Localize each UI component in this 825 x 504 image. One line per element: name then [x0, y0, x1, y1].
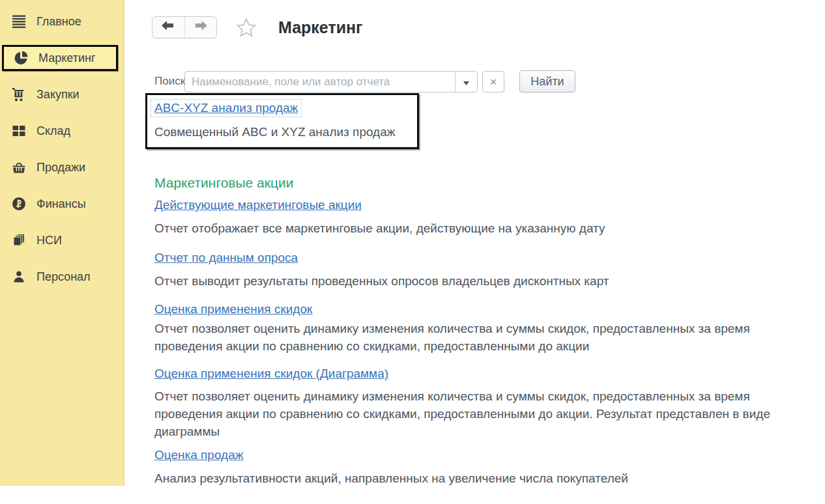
report-link-sales-estimate[interactable]: Оценка продаж: [154, 448, 243, 462]
page-title: Маркетинг: [278, 18, 363, 37]
find-button[interactable]: Найти: [519, 70, 575, 92]
chevron-down-icon: [463, 76, 469, 88]
sidebar-item-zakupki[interactable]: Закупки: [4, 81, 118, 107]
star-outline-icon: [236, 29, 257, 40]
shopping-cart-icon: [10, 86, 27, 103]
report-description: Отчет выводит результаты проведенных опр…: [154, 272, 796, 290]
report-description: Отчет позволяет оценить динамику изменен…: [154, 387, 796, 440]
report-link-abc-xyz[interactable]: ABC-XYZ анализ продаж: [154, 101, 298, 115]
sidebar-item-label: Финансы: [36, 197, 86, 211]
warehouse-grid-icon: [10, 122, 27, 139]
sidebar-item-personal[interactable]: Персонал: [4, 264, 118, 290]
section-heading: Маркетинговые акции: [154, 175, 293, 191]
sidebar-item-label: НСИ: [36, 234, 62, 247]
ruble-coin-icon: [10, 195, 27, 212]
basket-icon: [10, 159, 27, 176]
report-link-survey-data[interactable]: Отчет по данным опроса: [154, 251, 298, 265]
report-link-discount-estimate[interactable]: Оценка применения скидок: [154, 302, 312, 316]
sidebar-item-prodazhi[interactable]: Продажи: [4, 154, 118, 180]
sidebar-item-label: Персонал: [36, 270, 91, 284]
sidebar-item-label: Закупки: [36, 88, 80, 102]
menu-icon: [10, 13, 27, 30]
sidebar-item-finansy[interactable]: Финансы: [4, 191, 118, 217]
favorite-star-button[interactable]: [236, 18, 257, 38]
sidebar: Главное Маркетинг Закупки Склад Продажи …: [0, 0, 124, 486]
clear-icon: ×: [489, 76, 497, 88]
sidebar-item-label: Главное: [36, 15, 81, 29]
report-description: Анализ результативности акций, направлен…: [154, 469, 796, 487]
sidebar-item-label: Склад: [36, 124, 70, 138]
focused-report-link-box: ABC-XYZ анализ продаж: [151, 99, 302, 117]
search-dropdown-button[interactable]: [455, 72, 477, 92]
sidebar-item-label: Маркетинг: [38, 51, 96, 65]
sidebar-item-label: Продажи: [36, 161, 85, 175]
person-icon: [10, 268, 27, 285]
report-description: Совмещенный ABC и XYZ анализ продаж: [154, 123, 796, 141]
forward-arrow-icon: [194, 21, 208, 34]
report-link-discount-estimate-chart[interactable]: Оценка применения скидок (Диаграмма): [154, 367, 388, 381]
find-button-label: Найти: [530, 75, 564, 89]
sidebar-item-sklad[interactable]: Склад: [4, 118, 118, 144]
search-clear-button[interactable]: ×: [482, 71, 504, 92]
back-button[interactable]: [152, 17, 184, 38]
report-link-active-promotions[interactable]: Действующие маркетинговые акции: [154, 198, 362, 212]
pie-chart-icon: [12, 49, 29, 66]
search-label: Поиск:: [154, 75, 188, 88]
report-description: Отчет отображает все маркетинговые акции…: [154, 219, 796, 237]
sidebar-item-marketing[interactable]: Маркетинг: [2, 45, 118, 71]
search-input[interactable]: [185, 72, 455, 92]
search-field: [184, 71, 478, 92]
sidebar-item-glavnoe[interactable]: Главное: [4, 8, 118, 35]
stacked-pages-icon: [10, 232, 27, 249]
sidebar-item-nsi[interactable]: НСИ: [4, 227, 118, 253]
forward-button[interactable]: [184, 17, 217, 38]
report-description: Отчет позволяет оценить динамику изменен…: [154, 320, 796, 355]
history-nav-group: [152, 16, 217, 38]
back-arrow-icon: [161, 21, 175, 34]
